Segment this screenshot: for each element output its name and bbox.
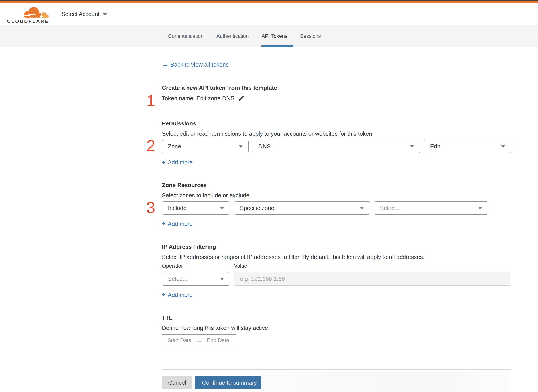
- ttl-description: Define how long this token will stay act…: [162, 324, 511, 332]
- cloudflare-logo[interactable]: CLOUDFLARE: [7, 5, 51, 24]
- caret-down-icon: [220, 207, 224, 209]
- continue-to-summary-button[interactable]: Continue to summary: [195, 376, 264, 389]
- plus-icon: +: [162, 159, 165, 166]
- permissions-add-more-link[interactable]: + Add more: [162, 159, 193, 166]
- ip-filtering-section: IP Address Filtering Select IP addresses…: [162, 243, 511, 299]
- zone-resources-add-more-link[interactable]: + Add more: [162, 220, 193, 228]
- zone-name-select[interactable]: Select...: [374, 201, 488, 215]
- token-name-text: Token name: Edit zone DNS: [162, 94, 234, 102]
- caret-down-icon: [501, 145, 505, 148]
- account-selector-label: Select Account: [61, 11, 100, 18]
- logo-wordmark: CLOUDFLARE: [7, 19, 49, 24]
- top-orange-strip: [0, 1, 538, 3]
- ip-filtering-title: IP Address Filtering: [162, 243, 511, 251]
- start-date-placeholder: Start Date: [168, 337, 191, 343]
- ip-filtering-add-more-link[interactable]: + Add more: [162, 291, 193, 299]
- ttl-title: TTL: [162, 314, 511, 322]
- ip-filtering-description: Select IP addresses or ranges of IP addr…: [162, 253, 511, 261]
- step-number-1: 1: [139, 93, 155, 109]
- tab-sessions[interactable]: Sessions: [300, 25, 321, 47]
- header: CLOUDFLARE Select Account: [0, 3, 538, 25]
- zone-resources-section: 3 Zone Resources Select zones to include…: [162, 181, 511, 228]
- caret-down-icon: [220, 278, 224, 280]
- caret-down-icon: [239, 145, 243, 148]
- value-label: Value: [234, 262, 247, 269]
- tab-api-tokens[interactable]: API Tokens: [262, 25, 287, 47]
- plus-icon: +: [162, 220, 165, 228]
- ttl-section: TTL Define how long this token will stay…: [162, 314, 511, 346]
- ip-value-input[interactable]: [234, 272, 510, 285]
- ip-operator-select[interactable]: Select...: [162, 272, 230, 285]
- cancel-button[interactable]: Cancel: [162, 376, 192, 389]
- step-number-2: 2: [139, 138, 155, 154]
- plus-icon: +: [162, 291, 165, 299]
- caret-down-icon: [410, 145, 414, 148]
- operator-label: Operator: [162, 262, 234, 269]
- back-to-tokens-link[interactable]: ← Back to view all tokens: [162, 61, 229, 68]
- zone-resources-title: Zone Resources: [162, 181, 511, 189]
- arrow-left-icon: ←: [162, 61, 168, 68]
- token-name-section: 1 Create a new API token from this templ…: [162, 84, 511, 102]
- permission-group-select[interactable]: DNS: [253, 140, 420, 153]
- tab-bar: Communication Authentication API Tokens …: [0, 25, 538, 47]
- permission-scope-select[interactable]: Zone: [162, 140, 249, 153]
- create-token-title: Create a new API token from this templat…: [162, 84, 511, 92]
- caret-down-icon: [103, 13, 107, 15]
- caret-down-icon: [478, 207, 482, 209]
- main-content: ← Back to view all tokens 1 Create a new…: [162, 47, 511, 390]
- arrow-right-icon: →: [196, 337, 202, 344]
- account-selector[interactable]: Select Account: [61, 3, 107, 25]
- permission-level-select[interactable]: Edit: [424, 140, 511, 153]
- zone-resources-description: Select zones to include or exclude.: [162, 191, 511, 199]
- zone-include-select[interactable]: Include: [162, 201, 230, 215]
- footer-divider: [162, 369, 511, 370]
- caret-down-icon: [360, 207, 364, 209]
- edit-pencil-icon[interactable]: [238, 95, 245, 102]
- permissions-description: Select edit or read permissions to apply…: [162, 130, 511, 137]
- end-date-placeholder: End Date: [207, 337, 229, 343]
- tab-authentication[interactable]: Authentication: [216, 25, 249, 47]
- back-link-label: Back to view all tokens: [170, 61, 229, 68]
- permissions-section: 2 Permissions Select edit or read permis…: [162, 120, 511, 166]
- permissions-title: Permissions: [162, 120, 511, 127]
- step-number-3: 3: [139, 200, 155, 215]
- footer-actions: Cancel Continue to summary: [162, 376, 511, 390]
- ttl-date-range-picker[interactable]: Start Date → End Date: [162, 334, 236, 346]
- tab-communication[interactable]: Communication: [168, 25, 204, 47]
- zone-type-select[interactable]: Specific zone: [234, 201, 370, 215]
